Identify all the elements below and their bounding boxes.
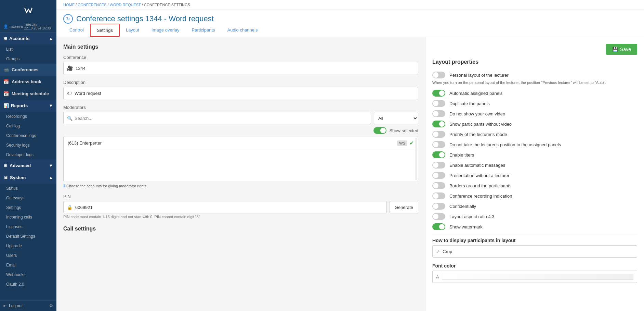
sidebar-item-incoming-calls[interactable]: Incoming calls [0,212,56,222]
sidebar-item-webhooks[interactable]: Webhooks [0,270,56,279]
sidebar-item-developer-logs[interactable]: Developer logs [0,150,56,160]
sidebar-item-security-logs[interactable]: Security logs [0,140,56,150]
description-label: Description [63,80,418,85]
confidentially-row: Confidentially [432,201,637,211]
recording-indication-toggle[interactable] [432,192,445,199]
priority-lecturer-toggle[interactable] [432,131,445,138]
sidebar-system-header[interactable]: 🖥 System ▲ [0,172,56,184]
sidebar-item-list[interactable]: List [0,45,56,54]
tab-image-overlay[interactable]: Image overlay [145,24,186,37]
sidebar-item-licenses[interactable]: Licenses [0,222,56,232]
tab-settings[interactable]: Settings [90,24,120,37]
font-color-field[interactable]: A [432,271,637,283]
sidebar-item-conference-logs[interactable]: Conference logs [0,131,56,140]
moderators-search-box[interactable]: 🔍 [63,112,371,124]
sidebar-item-gateways[interactable]: Gateways [0,193,56,203]
system-icon: 🖥 [3,175,8,180]
advanced-chevron-icon: ▼ [49,163,53,168]
moderators-search-input[interactable] [75,116,367,121]
sidebar-address-book[interactable]: 📅 Address book [0,76,56,88]
sidebar-item-recordings[interactable]: Recordings [0,112,56,121]
crop-icon: ⤢ [436,249,440,254]
crop-field[interactable]: ⤢ Crop [432,245,637,258]
automatic-panels-toggle[interactable] [432,90,445,97]
borders-toggle[interactable] [432,182,445,189]
tab-layout[interactable]: Layout [120,24,145,37]
sidebar-item-email[interactable]: Email [0,260,56,270]
how-to-display-title: How to display participants in layout [432,238,637,243]
crop-value: Crop [443,249,452,254]
own-video-toggle[interactable] [432,110,445,117]
automatic-panels-row: Automatic assigned panels [432,88,637,98]
pin-row: 🔒 Generate [63,201,418,213]
main-content: HOME / CONFERENCES / WORD REQUEST / CONF… [56,0,644,311]
tab-audio-channels[interactable]: Audio channels [221,24,264,37]
sidebar-item-upgrade[interactable]: Upgrade [0,241,56,251]
user-info: nabieva [10,24,23,28]
participants-without-video-toggle[interactable] [432,121,445,127]
sidebar-item-oauth[interactable]: Oauth 2.0 [0,279,56,289]
borders-label: Borders around the participants [449,183,637,188]
sidebar-item-status[interactable]: Status [0,184,56,193]
info-icon: ℹ [63,183,65,188]
conference-icon: ↻ [63,14,73,24]
moderator-list[interactable]: (613) Enterperter WS ✔ [63,137,418,181]
user-date: Tuesday 22.10.2024 16:38 [24,23,53,30]
enable-auto-messages-label: Enable automatic messages [449,163,637,168]
save-button[interactable]: 💾 Save [606,44,637,55]
sidebar-item-groups[interactable]: Groups [0,54,56,64]
conference-input[interactable] [76,66,415,71]
font-color-bar[interactable] [442,274,633,280]
settings-icon[interactable]: ⚙ [49,303,53,308]
sidebar-reports-header[interactable]: 📊 Reports ▼ [0,100,56,112]
sidebar-accounts-header[interactable]: ⊞ Accounts ▲ [0,33,56,45]
do-not-take-toggle[interactable] [432,141,445,148]
duplicate-panels-toggle[interactable] [432,100,445,107]
sidebar-address-book-label: Address book [12,79,41,84]
moderators-filter-select[interactable]: All [374,112,418,124]
do-not-take-label: Do not take the lecturer's position to t… [449,142,637,147]
pin-input[interactable] [75,205,383,210]
show-selected-row: Show selected [63,127,418,134]
show-selected-toggle[interactable] [373,127,386,134]
breadcrumb-conferences[interactable]: CONFERENCES [78,3,106,7]
sidebar-item-settings[interactable]: Settings [0,203,56,212]
reports-icon: 📊 [3,103,9,108]
tab-participants[interactable]: Participants [186,24,221,37]
generate-button[interactable]: Generate [390,201,418,213]
confidentially-toggle[interactable] [432,203,445,210]
badge-ws: WS [397,140,407,146]
conference-input-wrapper: 🎥 [63,62,418,74]
tab-control[interactable]: Control [63,24,90,37]
description-input[interactable] [75,91,415,96]
personal-layout-toggle[interactable] [432,72,445,78]
show-watermark-label: Show watermark [449,224,637,229]
enable-titers-toggle[interactable] [432,151,445,158]
conference-label: Conference [63,55,418,60]
priority-lecturer-label: Priority of the lecturer's mode [449,132,637,137]
sidebar-item-call-log[interactable]: Call log [0,121,56,131]
participants-without-video-label: Show participants without video [449,122,637,127]
show-watermark-row: Show watermark [432,222,637,232]
enable-auto-messages-toggle[interactable] [432,162,445,169]
sidebar-meeting-schedule[interactable]: 📆 Meeting schedule [0,88,56,100]
tag-icon: 🏷 [67,90,72,96]
pin-field-group: PIN 🔒 Generate PIN code must contain 1-1… [63,194,418,219]
automatic-panels-label: Automatic assigned panels [449,91,637,96]
sidebar-item-users[interactable]: Users [0,251,56,260]
sidebar-conferences-label: Conferences [12,67,39,72]
moderators-field-group: Moderators 🔍 All Show selected [63,105,418,188]
sidebar-advanced-label: Advanced [10,163,31,168]
show-watermark-toggle[interactable] [432,223,445,230]
presentation-toggle[interactable] [432,172,445,179]
sidebar-advanced-header[interactable]: ⚙ Advanced ▼ [0,160,56,172]
sidebar-conferences[interactable]: 📹 Conferences [0,64,56,76]
layout-aspect-toggle[interactable] [432,213,445,220]
video-icon: 🎥 [67,65,73,71]
sidebar-item-default-settings[interactable]: Default Settings [0,232,56,241]
breadcrumb-home[interactable]: HOME [63,3,75,7]
layout-properties-title: Layout properties [432,59,637,65]
breadcrumb-word-request[interactable]: WORD REQUEST [110,3,141,7]
sidebar-logout[interactable]: ⇤ Log out ⚙ [0,300,56,311]
svg-rect-0 [22,4,35,16]
